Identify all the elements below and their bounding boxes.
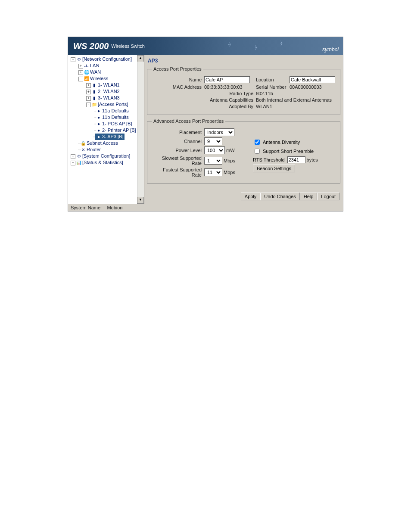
subnet-icon: 🔒 (81, 140, 86, 146)
tree-label: Subnet Access (87, 140, 118, 146)
action-button-bar: Logout Help Undo Changes Apply (241, 193, 339, 200)
logout-button[interactable]: Logout (317, 193, 339, 200)
config-icon: ⚙ (76, 56, 81, 62)
tree-label: [System Configuration] (82, 153, 130, 159)
tree-wlan3[interactable]: +▮3- WLAN3 (85, 95, 144, 101)
tree-access-ports[interactable]: -📁[Access Ports] (85, 101, 144, 108)
lan-icon: 🖧 (84, 63, 89, 69)
placement-select[interactable]: Indoors (204, 128, 234, 136)
tree-ap3[interactable]: ●3- AP3 [B] (95, 134, 125, 140)
tree-router[interactable]: ┈✕Router (78, 146, 144, 153)
fastest-rate-select[interactable]: 11 (204, 168, 222, 176)
group-legend: Advanced Access Port Properties (152, 118, 225, 124)
scrollbar[interactable] (137, 62, 144, 197)
nav-tree: -⚙[Network Configuration] +🖧LAN +🌐WAN -📶… (68, 55, 144, 167)
mac-value: 00:33:33:33:00:03 (204, 84, 256, 90)
help-button[interactable]: Help (300, 193, 318, 200)
main-area: ▲ ▼ -⚙[Network Configuration] +🖧LAN +🌐WA… (68, 55, 343, 204)
tree-label: 2- WLAN2 (98, 89, 120, 94)
page-title: AP3 (148, 58, 340, 64)
rate-unit: Mbps (224, 158, 235, 163)
expand-icon[interactable]: + (78, 70, 83, 75)
rts-label: RTS Threshold (253, 157, 287, 162)
tree-subnet-access[interactable]: ┈🔒Subnet Access (78, 140, 144, 146)
tree-11b-defaults[interactable]: ┈●11b Defaults (93, 114, 144, 121)
wlan-icon: ▮ (92, 82, 97, 88)
mac-label: MAC Address (152, 84, 204, 90)
wlan-icon: ▮ (92, 95, 97, 101)
tree-wlan2[interactable]: +▮2- WLAN2 (85, 88, 144, 95)
system-name-value: Mobion (107, 205, 122, 210)
collapse-icon[interactable]: - (86, 103, 91, 107)
expand-icon[interactable]: + (71, 154, 75, 159)
scroll-up-button[interactable]: ▲ (137, 55, 144, 62)
fastest-rate-label: Fastest Supported Rate (152, 167, 204, 177)
tree-pos-ap[interactable]: ┈●1- POS AP [B] (93, 121, 144, 127)
tree-label: Router (87, 147, 101, 152)
tree-label: [Status & Statistics] (82, 160, 123, 165)
antenna-diversity-label: Antenna Diversity (263, 140, 300, 145)
tree-label: WAN (90, 69, 101, 75)
expand-icon[interactable]: + (86, 90, 91, 94)
tree-network-configuration[interactable]: -⚙[Network Configuration] (70, 56, 144, 62)
serial-value: 00A000000003 (290, 84, 322, 90)
folder-icon: 📁 (92, 102, 97, 108)
brand-logo: symbol (322, 47, 339, 53)
adopted-by-value: WLAN1 (256, 104, 272, 109)
wireless-icon: ⦒ (280, 40, 283, 47)
location-input[interactable] (290, 76, 335, 83)
apply-button[interactable]: Apply (241, 193, 261, 200)
ap-icon: ● (96, 121, 101, 127)
product-logo: WS 2000 (73, 41, 109, 51)
channel-select[interactable]: 9 (204, 137, 222, 145)
product-subtitle: Wireless Switch (111, 44, 145, 49)
system-name-label: System Name: (71, 205, 102, 210)
access-port-properties-group: Access Port Properties Name Location MAC… (147, 66, 340, 115)
ap-icon: ● (96, 134, 101, 140)
short-preamble-label: Support Short Preamble (263, 149, 314, 154)
wireless-icon: 📶 (84, 76, 89, 82)
rts-input[interactable] (287, 156, 305, 163)
location-label: Location (256, 77, 290, 82)
power-select[interactable]: 100 (204, 146, 225, 154)
expand-icon[interactable]: + (78, 64, 83, 68)
tree-label: Wireless (90, 76, 108, 81)
tree-wan[interactable]: +🌐WAN (78, 69, 144, 75)
tree-label: 1- POS AP [B] (102, 121, 132, 126)
stats-icon: 📊 (76, 160, 81, 166)
tree-wireless[interactable]: -📶Wireless (78, 75, 144, 82)
collapse-icon[interactable]: - (78, 77, 83, 81)
config-icon: ⚙ (76, 153, 81, 159)
scroll-down-button[interactable]: ▼ (137, 197, 144, 204)
content-panel: AP3 Access Port Properties Name Location… (144, 55, 343, 204)
antenna-diversity-checkbox[interactable] (255, 140, 260, 145)
slowest-rate-select[interactable]: 1 (204, 157, 222, 165)
serial-label: Serial Number (256, 84, 290, 90)
tree-lan[interactable]: +🖧LAN (78, 62, 144, 69)
name-label: Name (152, 77, 204, 82)
tree-printer-ap[interactable]: ┈●2- Printer AP [B] (93, 127, 144, 134)
tree-system-configuration[interactable]: +⚙[System Configuration] (70, 153, 144, 159)
expand-icon[interactable]: + (86, 83, 91, 88)
tree-label: 11b Defaults (102, 115, 129, 120)
status-bar: System Name: Mobion (68, 204, 343, 211)
ap-icon: ● (96, 108, 101, 114)
router-icon: ✕ (81, 147, 86, 153)
header-banner: WS 2000 Wireless Switch ⦒ ⦒ ·⦒ symbol (68, 37, 343, 55)
expand-icon[interactable]: + (71, 161, 75, 165)
placement-label: Placement (152, 130, 204, 135)
collapse-icon[interactable]: - (71, 57, 75, 62)
wireless-icon: ·⦒ (228, 41, 231, 47)
tree-wlan1[interactable]: +▮1- WLAN1 (85, 82, 144, 88)
ap-icon: ● (96, 115, 101, 121)
tree-status-statistics[interactable]: +📊[Status & Statistics] (70, 159, 144, 166)
short-preamble-checkbox[interactable] (255, 149, 260, 154)
group-legend: Access Port Properties (152, 66, 203, 72)
undo-changes-button[interactable]: Undo Changes (260, 193, 299, 200)
tree-11a-defaults[interactable]: ┈●11a Defaults (93, 108, 144, 114)
app-window: WS 2000 Wireless Switch ⦒ ⦒ ·⦒ symbol ▲ … (68, 37, 343, 212)
expand-icon[interactable]: + (86, 96, 91, 101)
beacon-settings-button[interactable]: Beacon Settings (253, 165, 295, 172)
antenna-cap-label: Antenna Capabilities (152, 97, 256, 103)
name-input[interactable] (204, 76, 250, 83)
